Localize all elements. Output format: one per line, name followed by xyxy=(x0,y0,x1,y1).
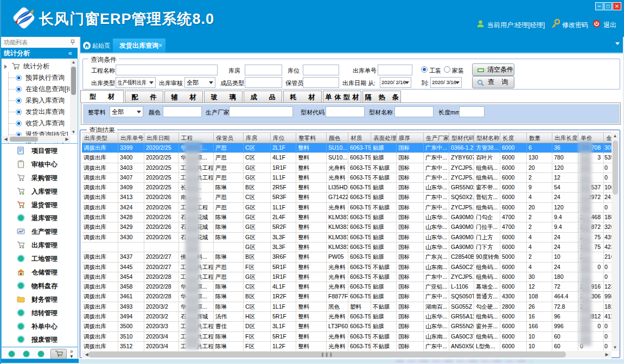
material-tab-6[interactable]: 单体型材 xyxy=(323,91,361,103)
date-from-picker[interactable]: 2020/ 2/16 xyxy=(380,77,411,88)
column-header[interactable]: 出库单号 xyxy=(118,133,144,143)
column-header[interactable]: 颜色 xyxy=(327,133,348,143)
sidebar-section-header[interactable]: 统计分析 xyxy=(1,48,78,59)
table-row[interactable]: 调拨出库35002020/3/3工共工程曹佳D区3L1F整料LT3P606063… xyxy=(82,322,619,331)
table-row[interactable]: 调拨出库34302020/2/26石花城陈琳G区3L3F整料KLM3817606… xyxy=(82,233,619,242)
table-row[interactable]: 调拨出库35102020/3/4工共工程陈琳F区5R1F整料光身料6063-T5… xyxy=(82,332,619,342)
date-to-picker[interactable]: 2020/ 3/16 xyxy=(430,77,462,88)
length-input[interactable] xyxy=(459,106,485,117)
material-tab-7[interactable]: 隔热条 xyxy=(362,91,401,103)
table-row[interactable]: 调拨出库34002020/2/25华原...严思C区4L1F整料SU10...6… xyxy=(82,153,619,163)
expander-icon[interactable] xyxy=(4,65,7,69)
table-row[interactable]: 调拨出库34932020/3/2华原...陈琳C区1L1F整料黑色塑料不贴膜国标… xyxy=(82,302,619,312)
column-header[interactable]: 型材名称 xyxy=(474,133,500,143)
material-tab-1[interactable]: 配件 xyxy=(125,91,163,103)
scroll-arrow-icon[interactable]: ▶ xyxy=(63,137,71,142)
tree-horizontal-scrollbar[interactable]: ◀ ▶ xyxy=(2,136,71,143)
sidebar-item-13[interactable]: 补单中心 xyxy=(2,320,78,333)
tree-vertical-scrollbar[interactable]: ▲ ▼ xyxy=(70,59,77,135)
tree-item[interactable]: 采购入库查询 xyxy=(2,95,70,106)
table-row[interactable]: 调拨出库34942020/3/2石辉城汤伟H区5R1F整料光身料6063-T5贴… xyxy=(82,312,619,322)
table-row[interactable]: 调拨出库35122020/3/4工共工程陈琳F区1L2F整料光身料6063-T5… xyxy=(82,342,619,351)
scroll-arrow-icon[interactable]: ▲ xyxy=(70,60,77,65)
sidebar-item-5[interactable]: 退库管理 xyxy=(2,211,78,225)
tree-item[interactable]: 收货入库查询 xyxy=(2,118,70,129)
radio-gongzhuang[interactable] xyxy=(421,66,428,73)
scrollbar-thumb[interactable] xyxy=(613,141,618,195)
minimize-button[interactable]: − xyxy=(595,2,603,10)
clear-conditions-button[interactable]: 清空条件 xyxy=(472,63,514,76)
table-row[interactable]: 调拨出库34242020/2/26工工程严思G区1L1F整料光身料6063-T5… xyxy=(82,203,619,213)
sidebar-item-0[interactable]: 项目管理 xyxy=(2,144,78,157)
column-header[interactable]: 长度 xyxy=(500,133,527,143)
pin-icon[interactable] xyxy=(71,40,75,45)
sidebar-item-14[interactable]: 报废管理 xyxy=(2,333,78,346)
sidebar-item-9[interactable]: 仓储管理 xyxy=(2,265,78,279)
tab-list-dropdown-icon[interactable] xyxy=(615,42,620,45)
tab-close-icon[interactable]: × xyxy=(158,39,162,53)
green-dot-icon[interactable] xyxy=(8,350,15,357)
whole-combo[interactable]: 全部 xyxy=(110,106,143,117)
green-dot-icon[interactable] xyxy=(37,350,44,357)
column-header[interactable]: 型材代码 xyxy=(449,133,474,143)
grid-vertical-scrollbar[interactable]: ▲ ▼ xyxy=(612,132,619,351)
more-chevron[interactable]: »▾ xyxy=(70,349,73,359)
scrollbar-thumb[interactable] xyxy=(71,67,76,95)
grid-header[interactable]: 出库类型出库单号出库日期工程保管员库房库位整零料颜色材质表面处理膜厚生产厂家型材… xyxy=(82,132,619,143)
column-header[interactable]: 生产厂家 xyxy=(424,133,449,143)
change-password-link[interactable]: 修改密码 xyxy=(562,21,588,30)
table-row[interactable]: 调拨出库34132020/2/26南...严思C区5R3F整料G71422606… xyxy=(82,193,619,202)
table-row[interactable]: 调拨出库34582020/2/28华原...陈琳C区4L1F整料光身料6063-… xyxy=(82,282,619,292)
material-tab-2[interactable]: 辅材 xyxy=(164,91,203,103)
table-row[interactable]: 调拨出库34282020/2/26石花城陈琳G区2L4F整料KLM3817606… xyxy=(82,213,619,222)
logout-link[interactable]: 退出 xyxy=(603,21,616,30)
cart-button[interactable] xyxy=(50,349,67,359)
keeper-input[interactable] xyxy=(303,77,339,88)
sidebar-item-11[interactable]: 财务管理 xyxy=(2,292,78,306)
table-row[interactable]: 调拨出库34452020/2/27工共工程严思F区5R1F整料光身料6063-T… xyxy=(82,263,619,272)
location-input[interactable] xyxy=(303,65,339,75)
sidebar-item-12[interactable]: 结转管理 xyxy=(2,306,78,320)
column-header[interactable]: 材质 xyxy=(348,133,371,143)
scroll-arrow-icon[interactable]: ◀ xyxy=(2,137,9,142)
scroll-arrow-icon[interactable]: ▲ xyxy=(612,133,619,138)
green-dot-icon[interactable] xyxy=(23,350,30,357)
sidebar-item-7[interactable]: 出库管理 xyxy=(2,238,78,252)
table-row[interactable]: 调拨出库34072020/2/25工共工程严思G区1L1F整料光身料6063-T… xyxy=(82,173,619,183)
table-row[interactable]: 调拨出库33992020/2/25华原...严思C区2L1F整料SU10...6… xyxy=(82,143,619,153)
column-header[interactable]: 库房 xyxy=(244,133,271,143)
material-tab-5[interactable]: 耗材 xyxy=(283,91,322,103)
table-row[interactable]: 调拨出库34292020/2/26石花城陈琳G区5R2F整料KLM3817606… xyxy=(82,222,619,232)
column-header[interactable]: 数量 xyxy=(527,133,552,143)
table-row[interactable]: 调拨出库34542020/2/28工共工程严思G区1R1F整料光身料6063-T… xyxy=(82,272,619,282)
scrollbar-thumb[interactable] xyxy=(10,137,38,142)
project-name-input[interactable] xyxy=(116,65,218,75)
code-input[interactable] xyxy=(326,106,365,117)
scroll-arrow-icon[interactable]: ▶ xyxy=(603,352,610,357)
sidebar-item-6[interactable]: 生产管理 xyxy=(2,225,78,238)
radio-jiazhuang[interactable] xyxy=(444,66,450,73)
column-header[interactable]: 出库长度 xyxy=(552,133,578,143)
order-no-input[interactable] xyxy=(378,65,412,75)
maximize-button[interactable]: □ xyxy=(604,2,612,10)
sidebar-item-8[interactable]: 工地管理 xyxy=(2,252,78,265)
material-tab-0[interactable]: 型材 xyxy=(80,90,124,103)
column-header[interactable]: 整零料 xyxy=(296,133,327,143)
sidebar-item-1[interactable]: 审核中心 xyxy=(2,157,78,171)
material-tab-4[interactable]: 成品 xyxy=(244,91,282,103)
column-header[interactable]: 出库日期 xyxy=(144,133,179,143)
product-type-input[interactable] xyxy=(245,77,282,88)
audit-combo[interactable]: 全部 xyxy=(184,77,215,88)
grid-horizontal-scrollbar[interactable]: ◀ ❚❚❚ ▶ xyxy=(82,351,612,358)
tab-outbound-query[interactable]: 发货出库查询 × xyxy=(113,39,165,53)
column-header[interactable]: 表面处理 xyxy=(371,133,397,143)
tree-root[interactable]: 统计分析 xyxy=(2,61,70,72)
tree-item[interactable]: 预算执行查询 xyxy=(2,72,70,84)
sidebar-item-10[interactable]: 物料盘存 xyxy=(2,279,78,292)
tree-item[interactable]: 发货出库查询 xyxy=(2,106,70,118)
table-row[interactable]: 调拨出库34372020/2/27佛料...陈琳B区3R6F整料PW056063… xyxy=(82,252,619,262)
table-row[interactable]: 调拨出库34092020/2/25长...陈琳B区2R5F整料LI35HD606… xyxy=(82,183,619,193)
column-header[interactable]: 膜厚 xyxy=(397,133,424,143)
scroll-arrow-icon[interactable]: ▼ xyxy=(70,130,77,135)
table-row[interactable]: 调拨出库34612020/2/28华原...陈琳B区1R2F整料F8877FT6… xyxy=(82,292,619,302)
